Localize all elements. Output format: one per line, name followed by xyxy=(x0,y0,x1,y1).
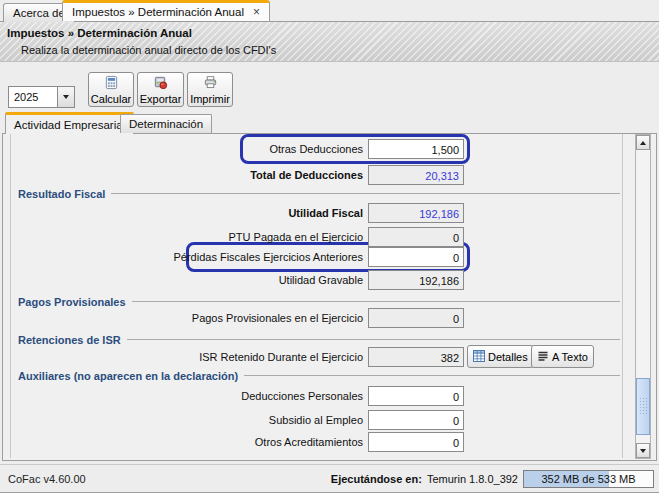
page-title: Impuestos » Determinación Anual xyxy=(7,27,192,39)
value-field: 192,186 xyxy=(368,203,464,223)
section-title: Auxiliares (no aparecen en la declaració… xyxy=(18,370,238,382)
field-label: Otras Deducciones xyxy=(14,143,363,155)
running-label: Ejecutándose en: xyxy=(331,473,422,485)
tab-impuestos-determinacion-anual[interactable]: Impuestos » Determinación Anual × xyxy=(62,0,270,21)
field-label: Utilidad Fiscal xyxy=(14,207,363,219)
vertical-scrollbar[interactable] xyxy=(635,134,651,459)
scroll-up-button[interactable] xyxy=(636,135,650,150)
page-subtitle: Realiza la determinación anual directo d… xyxy=(21,44,276,56)
button-label: Detalles xyxy=(488,351,528,363)
value-input[interactable]: 0 xyxy=(368,247,464,267)
memory-gauge: 352 MB de 533 MB xyxy=(523,470,654,488)
value-field: 192,186 xyxy=(368,270,464,290)
scrollbar-thumb[interactable] xyxy=(636,378,650,435)
text-lines-icon xyxy=(537,350,549,364)
tab-label: Impuestos » Determinación Anual xyxy=(72,6,244,18)
field-label: Subsidio al Empleo xyxy=(14,414,363,426)
value-input[interactable]: 0 xyxy=(368,410,464,430)
tab-label: Determinación xyxy=(129,118,203,130)
form-row: Otros Acreditamientos0 xyxy=(10,432,622,452)
arrow-down-icon xyxy=(640,449,646,453)
button-label: A Texto xyxy=(552,351,588,363)
section-title: Resultado Fiscal xyxy=(18,188,105,200)
form-row: ISR Retenido Durante el Ejercicio382Deta… xyxy=(10,347,622,367)
value-input[interactable]: 0 xyxy=(368,432,464,452)
field-label: Deducciones Personales xyxy=(14,390,363,402)
button-label: Imprimir xyxy=(190,93,230,105)
window-tab-strip: Acerca de Impuestos » Determinación Anua… xyxy=(0,0,659,22)
export-icon xyxy=(153,75,168,92)
printer-icon xyxy=(203,75,218,92)
table-icon xyxy=(473,350,485,364)
app-version: CoFac v4.60.00 xyxy=(8,473,86,485)
field-label: Pérdidas Fiscales Ejercicios Anteriores xyxy=(14,251,363,263)
tab-label: Acerca de xyxy=(13,7,65,19)
tab-determinacion[interactable]: Determinación xyxy=(120,114,212,133)
tab-label: Actividad Empresarial xyxy=(14,119,125,131)
field-label: Otros Acreditamientos xyxy=(14,436,363,448)
value-field: 20,313 xyxy=(368,165,464,185)
calcular-button[interactable]: Calcular xyxy=(88,72,134,107)
section-rule xyxy=(244,375,620,376)
a-texto-button[interactable]: A Texto xyxy=(531,345,594,368)
value-field: 382 xyxy=(368,347,464,367)
cofac-window: Acerca de Impuestos » Determinación Anua… xyxy=(0,0,659,493)
field-label: PTU Pagada en el Ejercicio xyxy=(14,231,363,243)
form-row: Subsidio al Empleo0 xyxy=(10,410,622,430)
form-section: Resultado Fiscal xyxy=(10,187,622,200)
runtime-status: Ejecutándose en: Temurin 1.8.0_392 352 M… xyxy=(331,469,654,488)
runtime-name: Temurin 1.8.0_392 xyxy=(427,473,518,485)
form-row: Utilidad Gravable192,186 xyxy=(10,270,622,290)
form-row: PTU Pagada en el Ejercicio0 xyxy=(10,227,622,247)
button-label: Exportar xyxy=(140,93,182,105)
value-field: 0 xyxy=(368,227,464,247)
field-label: Pagos Provisionales en el Ejercicio xyxy=(14,312,363,324)
value-field: 0 xyxy=(368,308,464,328)
scroll-down-button[interactable] xyxy=(636,443,650,458)
close-icon[interactable]: × xyxy=(253,7,260,17)
section-rule xyxy=(127,339,620,340)
section-title: Retenciones de ISR xyxy=(18,334,121,346)
tab-actividad-empresarial[interactable]: Actividad Empresarial xyxy=(5,112,134,134)
value-input[interactable]: 1,500 xyxy=(368,139,464,159)
combo-dropdown-button[interactable] xyxy=(57,87,74,107)
field-label: ISR Retenido Durante el Ejercicio xyxy=(14,351,363,363)
chevron-down-icon xyxy=(63,95,69,99)
section-rule xyxy=(111,193,620,194)
form-row: Otras Deducciones1,500 xyxy=(10,139,622,159)
memory-text: 352 MB de 533 MB xyxy=(524,471,653,487)
detalles-button[interactable]: Detalles xyxy=(467,345,534,368)
calculator-icon xyxy=(104,75,119,92)
module-header: Impuestos » Determinación Anual Realiza … xyxy=(0,22,659,62)
field-label: Total de Deducciones xyxy=(14,169,363,181)
form-row: Utilidad Fiscal192,186 xyxy=(10,203,622,223)
value-input[interactable]: 0 xyxy=(368,386,464,406)
field-label: Utilidad Gravable xyxy=(14,274,363,286)
form-section: Pagos Provisionales xyxy=(10,295,622,308)
status-bar: CoFac v4.60.00 Ejecutándose en: Temurin … xyxy=(0,464,659,492)
form-section: Auxiliares (no aparecen en la declaració… xyxy=(10,369,622,382)
year-value: 2025 xyxy=(9,87,57,107)
viewport-right-edge xyxy=(622,134,623,458)
year-combobox[interactable]: 2025 xyxy=(8,86,75,108)
imprimir-button[interactable]: Imprimir xyxy=(187,72,233,107)
form-row: Total de Deducciones20,313 xyxy=(10,165,622,185)
form-row: Deducciones Personales0 xyxy=(10,386,622,406)
section-title: Pagos Provisionales xyxy=(18,296,126,308)
exportar-button[interactable]: Exportar xyxy=(137,72,184,107)
form-row: Pérdidas Fiscales Ejercicios Anteriores0 xyxy=(10,247,622,267)
button-label: Calcular xyxy=(91,93,131,105)
section-rule xyxy=(132,301,620,302)
form-row: Pagos Provisionales en el Ejercicio0 xyxy=(10,308,622,328)
arrow-up-icon xyxy=(640,141,646,145)
